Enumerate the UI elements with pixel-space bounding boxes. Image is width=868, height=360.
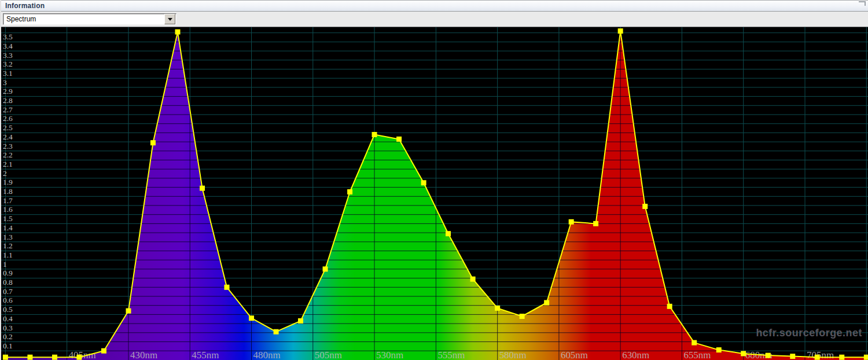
svg-text:1.3: 1.3 <box>3 233 13 241</box>
svg-text:580nm: 580nm <box>499 350 527 360</box>
data-point-marker <box>716 347 722 352</box>
information-panel: Information Spectrum 3.53.43.33.23.132.9… <box>0 0 868 360</box>
svg-text:3.2: 3.2 <box>3 60 13 68</box>
data-point-marker <box>323 266 328 271</box>
data-point-marker <box>200 186 205 191</box>
svg-text:0.9: 0.9 <box>3 269 13 277</box>
dropdown-arrow-button[interactable] <box>164 14 175 24</box>
data-point-marker <box>347 189 352 194</box>
data-point-marker <box>421 180 426 185</box>
svg-text:1.8: 1.8 <box>3 187 13 196</box>
data-point-marker <box>618 28 623 34</box>
watermark-text: hcfr.sourceforge.net <box>756 327 862 339</box>
svg-text:3: 3 <box>3 78 7 87</box>
data-point-marker <box>150 140 156 145</box>
svg-text:0.2: 0.2 <box>3 332 13 341</box>
svg-text:2.3: 2.3 <box>3 142 13 150</box>
svg-text:705nm: 705nm <box>807 350 834 360</box>
svg-text:2.6: 2.6 <box>3 114 13 123</box>
svg-text:430nm: 430nm <box>130 350 157 360</box>
svg-text:2.8: 2.8 <box>3 96 13 105</box>
svg-text:530nm: 530nm <box>376 350 403 360</box>
data-point-marker <box>52 355 57 360</box>
data-point-marker <box>839 355 844 360</box>
svg-text:2.7: 2.7 <box>3 105 13 114</box>
data-point-marker <box>298 318 303 324</box>
data-point-marker <box>274 329 279 335</box>
svg-text:0.5: 0.5 <box>3 305 13 314</box>
svg-text:2.1: 2.1 <box>3 160 13 168</box>
data-point-marker <box>667 304 672 309</box>
data-point-marker <box>470 277 476 282</box>
svg-text:1: 1 <box>3 260 7 269</box>
svg-text:2.2: 2.2 <box>3 150 13 159</box>
data-point-marker <box>396 137 402 142</box>
data-point-marker <box>642 204 648 209</box>
svg-text:0.6: 0.6 <box>3 296 13 304</box>
svg-text:405nm: 405nm <box>69 350 96 360</box>
svg-text:3.4: 3.4 <box>3 42 13 50</box>
data-point-marker <box>27 355 32 360</box>
svg-text:455nm: 455nm <box>192 350 219 360</box>
data-point-marker <box>692 340 697 346</box>
data-point-marker <box>766 353 771 358</box>
svg-text:505nm: 505nm <box>315 350 342 360</box>
svg-text:0.4: 0.4 <box>3 314 13 323</box>
view-selector-value: Spectrum <box>3 15 164 23</box>
data-point-marker <box>101 348 106 354</box>
data-point-marker <box>544 300 549 306</box>
data-point-marker <box>790 354 795 359</box>
data-point-marker <box>864 355 868 360</box>
data-point-marker <box>815 355 820 360</box>
svg-text:1.4: 1.4 <box>3 223 13 232</box>
svg-text:2.4: 2.4 <box>3 133 13 141</box>
svg-text:605nm: 605nm <box>561 350 588 360</box>
view-selector-dropdown[interactable]: Spectrum <box>3 13 176 25</box>
data-point-marker <box>741 351 746 356</box>
svg-text:3.3: 3.3 <box>3 51 13 60</box>
svg-text:3.1: 3.1 <box>3 69 13 78</box>
data-point-marker <box>569 219 574 225</box>
svg-text:0.7: 0.7 <box>3 287 13 296</box>
data-point-marker <box>446 231 451 236</box>
svg-text:1.9: 1.9 <box>3 178 13 186</box>
svg-text:0.1: 0.1 <box>3 341 13 350</box>
svg-text:2.5: 2.5 <box>3 123 13 132</box>
svg-text:0.8: 0.8 <box>3 278 13 286</box>
svg-text:0.3: 0.3 <box>3 324 13 332</box>
chevron-down-icon <box>168 18 172 21</box>
svg-text:1.7: 1.7 <box>3 196 13 205</box>
svg-text:1.1: 1.1 <box>3 251 13 259</box>
data-point-marker <box>175 30 180 35</box>
svg-text:3.5: 3.5 <box>3 32 13 41</box>
spectrum-chart-canvas: 3.53.43.33.23.132.92.82.72.62.52.42.32.2… <box>1 27 868 360</box>
svg-text:655nm: 655nm <box>683 350 711 360</box>
data-point-marker <box>520 314 525 319</box>
data-point-marker <box>3 355 8 360</box>
data-point-marker <box>224 285 229 290</box>
data-point-marker <box>593 221 598 226</box>
data-point-marker <box>372 132 377 137</box>
svg-text:1.2: 1.2 <box>3 241 13 250</box>
data-point-marker <box>76 355 82 360</box>
svg-text:555nm: 555nm <box>437 350 465 360</box>
data-point-marker <box>495 306 500 311</box>
panel-title: Information <box>5 2 45 10</box>
panel-corner-notch <box>859 1 866 6</box>
data-point-marker <box>126 308 131 314</box>
data-point-marker <box>249 315 254 321</box>
svg-text:480nm: 480nm <box>253 350 281 360</box>
svg-text:1.5: 1.5 <box>3 214 13 223</box>
panel-titlebar: Information <box>1 0 868 12</box>
svg-text:2.9: 2.9 <box>3 87 13 95</box>
toolbar: Spectrum <box>1 12 868 27</box>
spectrum-chart: 3.53.43.33.23.132.92.82.72.62.52.42.32.2… <box>1 27 868 360</box>
svg-text:2: 2 <box>3 169 7 178</box>
svg-text:1.6: 1.6 <box>3 205 13 214</box>
svg-text:630nm: 630nm <box>622 350 649 360</box>
